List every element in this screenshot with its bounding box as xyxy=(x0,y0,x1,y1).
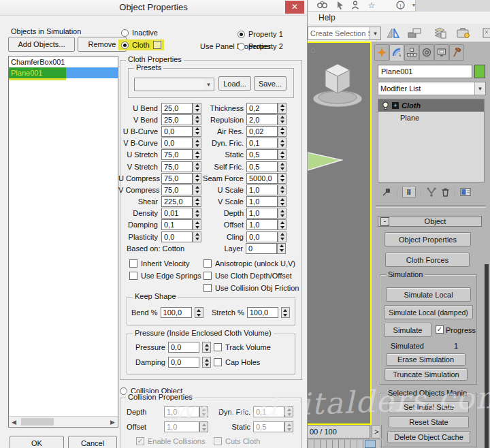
spin-up-icon[interactable] xyxy=(193,115,201,120)
radio-icon[interactable] xyxy=(121,29,129,37)
spin-up-icon[interactable] xyxy=(193,232,201,237)
spinner[interactable] xyxy=(284,421,293,432)
spin-up-icon[interactable] xyxy=(193,150,201,155)
track-volume-checkbox[interactable]: Track Volume xyxy=(214,343,271,351)
param-field[interactable]: 0,5 xyxy=(246,149,278,160)
chevron-down-icon[interactable]: ▼ xyxy=(474,82,485,95)
spinner[interactable] xyxy=(278,103,287,114)
param-field[interactable]: 0 xyxy=(246,243,277,254)
param-field[interactable]: 0,5 xyxy=(246,161,278,172)
spin-up-icon[interactable] xyxy=(193,138,201,143)
search-binoculars-icon[interactable] xyxy=(317,1,328,10)
spin-down-icon[interactable] xyxy=(278,178,286,183)
modifier-list-combo[interactable]: Modifier List ▼ xyxy=(378,82,486,95)
param-field[interactable]: 0,0 xyxy=(246,231,278,242)
spin-down-icon[interactable] xyxy=(193,225,201,229)
param-field[interactable]: 75,0 xyxy=(161,173,193,184)
stack-item-cloth[interactable]: + Cloth xyxy=(378,99,484,112)
spin-up-icon[interactable] xyxy=(278,162,286,167)
spin-down-icon[interactable] xyxy=(278,249,285,253)
param-field[interactable]: 1,0 xyxy=(164,421,199,432)
viewcube-home-icon[interactable]: ⌂ xyxy=(310,44,316,54)
spin-up-icon[interactable] xyxy=(278,103,286,108)
spin-down-icon[interactable] xyxy=(193,143,201,148)
list-horizontal-scrollbar[interactable]: ◀ ▶ xyxy=(9,416,118,427)
tab-display[interactable] xyxy=(434,44,449,61)
spin-up-icon[interactable] xyxy=(193,197,201,202)
stack-item-plane[interactable]: Plane xyxy=(378,112,484,124)
pressure-field[interactable]: 0,0 xyxy=(168,342,199,353)
spin-down-icon[interactable] xyxy=(193,202,201,206)
spin-down-icon[interactable] xyxy=(193,155,201,159)
spin-up-icon[interactable] xyxy=(278,150,286,155)
close-icon[interactable]: ✕ xyxy=(285,1,304,14)
enable-collisions-checkbox[interactable]: ✓ Enable Collisions xyxy=(136,437,205,445)
tab-utilities[interactable] xyxy=(449,44,464,61)
spin-down-icon[interactable] xyxy=(193,178,201,183)
param-field[interactable]: 1,0 xyxy=(164,406,199,417)
track-bar[interactable] xyxy=(308,440,382,448)
simulate-button[interactable]: Simulate xyxy=(384,323,431,337)
chevron-down-icon[interactable]: ▼ xyxy=(370,27,380,39)
param-field[interactable]: 0,5 xyxy=(253,421,284,432)
scroll-left-icon[interactable]: ◀ xyxy=(9,419,19,426)
param-field[interactable]: 2,0 xyxy=(246,114,278,125)
param-field[interactable]: 25,0 xyxy=(161,114,193,125)
rollout-object-header[interactable]: - Object xyxy=(378,216,482,227)
spinner[interactable] xyxy=(277,243,286,254)
spinner[interactable] xyxy=(199,421,208,432)
spin-up-icon[interactable] xyxy=(278,185,286,190)
param-field[interactable]: 0,0 xyxy=(161,231,193,242)
checkbox-icon[interactable] xyxy=(214,343,222,351)
spin-down-icon[interactable] xyxy=(193,120,201,125)
spinner[interactable] xyxy=(193,231,201,242)
param-field[interactable]: 0,2 xyxy=(246,103,278,114)
mirror-icon[interactable] xyxy=(385,26,402,39)
presets-combo[interactable]: ▼ xyxy=(134,78,214,91)
use-edge-springs-checkbox[interactable]: Use Edge Springs xyxy=(129,272,201,280)
param-field[interactable]: 75,0 xyxy=(161,149,193,160)
tab-motion[interactable] xyxy=(419,44,434,61)
object-properties-button[interactable]: Object Properties xyxy=(385,232,471,246)
checkbox-icon[interactable] xyxy=(214,358,222,366)
spin-down-icon[interactable] xyxy=(278,108,286,113)
truncate-simulation-button[interactable]: Truncate Simulation xyxy=(385,368,468,381)
spin-down-icon[interactable] xyxy=(193,237,201,242)
param-field[interactable]: 0,1 xyxy=(253,406,284,417)
spinner[interactable] xyxy=(278,196,287,207)
cursor-icon[interactable] xyxy=(336,1,347,10)
spin-down-icon[interactable] xyxy=(200,427,208,432)
param-field[interactable]: 0,1 xyxy=(161,219,193,230)
spin-down-icon[interactable] xyxy=(193,213,201,218)
spin-up-icon[interactable] xyxy=(278,138,286,143)
spin-down-icon[interactable] xyxy=(193,108,201,113)
favorites-star-icon[interactable]: ☆ xyxy=(366,1,377,10)
load-button[interactable]: Load... xyxy=(218,76,251,91)
checkbox-icon[interactable] xyxy=(203,284,212,292)
spinner[interactable] xyxy=(284,406,293,417)
cloth-forces-button[interactable]: Cloth Forces xyxy=(385,253,470,267)
simulate-local-button[interactable]: Simulate Local xyxy=(386,287,471,302)
reset-state-button[interactable]: Reset State xyxy=(389,416,469,428)
layer-manager-icon[interactable] xyxy=(431,26,448,39)
spin-down-icon[interactable] xyxy=(200,412,208,417)
lightbulb-icon[interactable] xyxy=(382,101,389,110)
spinner[interactable] xyxy=(199,406,208,417)
param-field[interactable]: 0,01 xyxy=(161,208,193,219)
spin-down-icon[interactable] xyxy=(278,131,286,136)
spin-down-icon[interactable] xyxy=(193,131,201,136)
add-objects-button[interactable]: Add Objects... xyxy=(8,37,75,52)
show-end-result-icon[interactable]: II xyxy=(402,186,416,198)
param-field[interactable]: 1,0 xyxy=(246,185,278,195)
chamferbox-object[interactable] xyxy=(310,58,365,115)
spinner[interactable] xyxy=(193,173,201,184)
spin-up-icon[interactable] xyxy=(285,422,293,427)
spin-down-icon[interactable] xyxy=(285,427,293,432)
use-collision-obj-friction-checkbox[interactable]: Use Collision Obj Friction xyxy=(203,284,299,292)
spinner[interactable] xyxy=(278,185,287,195)
spin-up-icon[interactable] xyxy=(193,208,201,213)
spin-up-icon[interactable] xyxy=(278,127,286,131)
save-button[interactable]: Save... xyxy=(254,76,287,91)
spinner[interactable] xyxy=(195,307,203,318)
property2-radio[interactable]: Property 2 xyxy=(238,42,283,50)
